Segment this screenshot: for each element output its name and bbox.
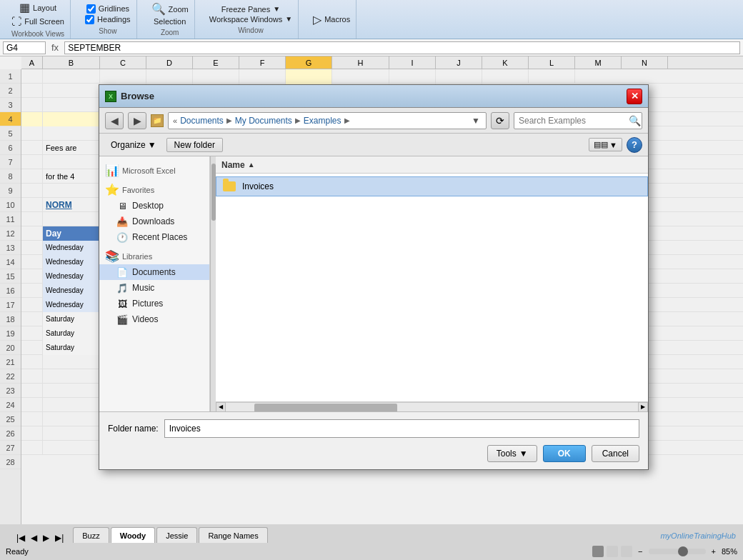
videos-icon: 🎬 — [116, 314, 128, 325]
file-list-header[interactable]: Name ▲ — [216, 156, 648, 174]
sidebar-item-desktop[interactable]: 🖥 Desktop — [99, 198, 209, 214]
back-button[interactable]: ◀ — [105, 112, 124, 129]
breadcrumb-arrow-1: ▶ — [226, 116, 232, 124]
breadcrumb-bar[interactable]: « Documents ▶ My Documents ▶ Examples ▶ … — [168, 112, 487, 129]
breadcrumb-examples[interactable]: Examples — [304, 116, 341, 126]
sidebar-item-pictures[interactable]: 🖼 Pictures — [99, 296, 209, 311]
breadcrumb-my-documents[interactable]: My Documents — [235, 116, 292, 126]
file-list-area: Name ▲ Invoices ◀ — [216, 156, 648, 411]
sidebar-nav: 📊 Microsoft Excel ⭐ Favorites 🖥 Desktop — [99, 156, 210, 411]
folder-icon-invoices — [222, 179, 236, 194]
breadcrumb-dropdown[interactable]: ▼ — [470, 115, 482, 126]
dialog-title: Browse — [121, 91, 154, 101]
sidebar-scrollbar[interactable] — [210, 156, 216, 411]
excel-icon: 📊 — [105, 164, 119, 177]
downloads-icon: 📥 — [116, 216, 128, 227]
horizontal-scrollbar[interactable]: ◀ ▶ — [216, 401, 648, 411]
libraries-icon: 📚 — [105, 249, 119, 263]
favorites-icon: ⭐ — [105, 183, 119, 196]
excel-background: ▦ Layout ⛶ Full Screen Workbook Views Gr… — [0, 0, 743, 560]
dialog-titlebar: X Browse ✕ — [99, 85, 648, 108]
sidebar-item-music[interactable]: 🎵 Music — [99, 280, 209, 296]
pictures-icon: 🖼 — [116, 298, 128, 309]
folder-name-row: Folder name: — [108, 419, 639, 438]
file-item-invoices[interactable]: Invoices — [216, 176, 648, 196]
folder-icon: 📁 — [151, 114, 164, 127]
music-icon: 🎵 — [116, 282, 128, 294]
tools-button[interactable]: Tools ▼ — [487, 445, 537, 462]
search-box: 🔍 — [514, 112, 642, 129]
scroll-track[interactable] — [226, 402, 638, 412]
sidebar-item-downloads[interactable]: 📥 Downloads — [99, 214, 209, 229]
folder-name-input[interactable] — [164, 419, 639, 438]
scroll-thumb — [254, 404, 397, 412]
sidebar-section-excel: 📊 Microsoft Excel — [99, 159, 209, 179]
browse-dialog: X Browse ✕ ◀ ▶ 📁 « Documents ▶ My Docume… — [99, 84, 649, 470]
footer-buttons: Tools ▼ OK Cancel — [108, 445, 639, 462]
dialog-nav: ◀ ▶ 📁 « Documents ▶ My Documents ▶ Examp… — [99, 108, 648, 134]
ok-button[interactable]: OK — [543, 445, 586, 462]
documents-icon: 📄 — [116, 266, 128, 278]
sidebar-item-videos[interactable]: 🎬 Videos — [99, 311, 209, 327]
dialog-body: 📊 Microsoft Excel ⭐ Favorites 🖥 Desktop — [99, 156, 648, 411]
desktop-icon: 🖥 — [116, 200, 128, 211]
breadcrumb-separator-1: « — [173, 116, 177, 125]
file-list: Invoices — [216, 174, 648, 401]
scroll-left-button[interactable]: ◀ — [216, 402, 226, 412]
search-input[interactable] — [519, 116, 626, 126]
view-button[interactable]: ▤▤ ▼ — [589, 138, 622, 151]
sidebar-section-favorites: ⭐ Favorites — [99, 179, 209, 198]
sidebar-scroll-thumb — [211, 164, 216, 221]
dialog-overlay: X Browse ✕ ◀ ▶ 📁 « Documents ▶ My Docume… — [0, 0, 743, 560]
sort-arrow: ▲ — [248, 161, 255, 169]
folder-name-label: Folder name: — [108, 424, 159, 434]
breadcrumb-documents[interactable]: Documents — [180, 116, 224, 126]
cancel-button[interactable]: Cancel — [592, 445, 639, 462]
sidebar-item-recent-places[interactable]: 🕐 Recent Places — [99, 229, 209, 245]
new-folder-button[interactable]: New folder — [166, 138, 223, 152]
organize-button[interactable]: Organize ▼ — [105, 139, 162, 151]
recent-places-icon: 🕐 — [116, 231, 128, 243]
dialog-footer: Folder name: Tools ▼ OK Cancel — [99, 411, 648, 469]
sidebar-container: 📊 Microsoft Excel ⭐ Favorites 🖥 Desktop — [99, 156, 216, 411]
breadcrumb-arrow-3: ▶ — [344, 116, 350, 124]
forward-button[interactable]: ▶ — [128, 112, 146, 129]
help-button[interactable]: ? — [627, 137, 642, 153]
scroll-right-button[interactable]: ▶ — [638, 402, 648, 412]
dialog-close-button[interactable]: ✕ — [627, 89, 642, 104]
search-button[interactable]: 🔍 — [629, 115, 641, 126]
breadcrumb-arrow-2: ▶ — [295, 116, 301, 124]
sidebar-item-documents[interactable]: 📄 Documents — [99, 264, 209, 280]
sidebar-section-libraries: 📚 Libraries — [99, 245, 209, 264]
dialog-toolbar: Organize ▼ New folder ▤▤ ▼ ? — [99, 134, 648, 156]
dialog-app-icon: X — [105, 91, 116, 102]
refresh-button[interactable]: ⟳ — [491, 112, 509, 129]
